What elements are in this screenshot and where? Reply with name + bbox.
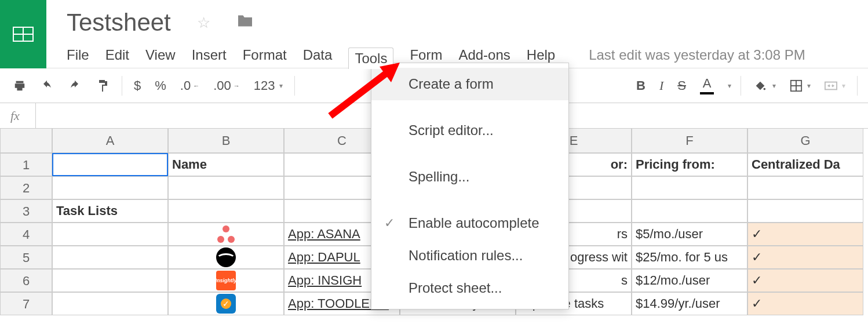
cell-g6[interactable]: ✓ — [747, 269, 863, 292]
borders-button[interactable]: ▾ — [787, 78, 813, 93]
print-button[interactable] — [10, 78, 29, 93]
star-icon[interactable]: ☆ — [197, 14, 210, 32]
menu-insert[interactable]: Insert — [192, 47, 227, 63]
menu-form[interactable]: Form — [410, 47, 442, 63]
asana-icon — [216, 224, 236, 244]
cell-a7[interactable] — [52, 292, 168, 315]
cell-b7[interactable]: ✓ — [168, 292, 284, 315]
cell-f3[interactable] — [632, 199, 747, 223]
number-format-button[interactable]: 123▾ — [251, 77, 286, 94]
app-logo[interactable] — [0, 0, 46, 68]
menu-item-protect-sheet[interactable]: Protect sheet... — [371, 272, 568, 304]
cell-a4[interactable] — [52, 223, 168, 246]
cell-f2[interactable] — [632, 176, 747, 199]
row-header-6[interactable]: 6 — [0, 269, 52, 292]
menu-addons[interactable]: Add-ons — [458, 47, 510, 63]
menu-file[interactable]: File — [67, 47, 89, 63]
cell-a3[interactable]: Task Lists — [52, 199, 168, 223]
cell-a2[interactable] — [52, 176, 168, 199]
cell-g7[interactable]: ✓ — [747, 292, 863, 315]
menu-edit[interactable]: Edit — [105, 47, 129, 63]
cell-f4[interactable]: $5/mo./user — [632, 223, 747, 246]
cell-b6[interactable]: Insightly — [168, 269, 284, 292]
svg-rect-3 — [825, 82, 837, 89]
col-header-f[interactable]: F — [632, 129, 747, 153]
cell-a6[interactable] — [52, 269, 168, 292]
cell-b1[interactable]: Name — [168, 153, 284, 176]
cell-b2[interactable] — [168, 176, 284, 199]
menu-item-notification-rules[interactable]: Notification rules... — [371, 239, 568, 272]
menu-item-autocomplete[interactable]: ✓Enable autocomplete — [371, 207, 568, 239]
row-header-1[interactable]: 1 — [0, 153, 52, 176]
cell-b5[interactable] — [168, 246, 284, 269]
last-edit-text[interactable]: Last edit was yesterday at 3:08 PM — [589, 47, 805, 63]
cell-f7[interactable]: $14.99/yr./user — [632, 292, 747, 315]
check-icon: ✓ — [384, 216, 395, 231]
redo-button[interactable] — [66, 79, 85, 93]
menu-format[interactable]: Format — [243, 47, 287, 63]
select-all-corner[interactable] — [0, 129, 52, 153]
currency-button[interactable]: $ — [132, 77, 143, 94]
col-header-b[interactable]: B — [168, 129, 284, 153]
tools-dropdown: Create a form Script editor... Spelling.… — [371, 63, 569, 309]
col-header-g[interactable]: G — [747, 129, 863, 153]
decrease-decimal-button[interactable]: .0← — [178, 77, 202, 94]
col-header-a[interactable]: A — [52, 129, 168, 153]
menu-view[interactable]: View — [145, 47, 176, 63]
increase-decimal-button[interactable]: .00→ — [211, 77, 242, 94]
row-header-4[interactable]: 4 — [0, 223, 52, 246]
row-header-5[interactable]: 5 — [0, 246, 52, 269]
cell-a5[interactable] — [52, 246, 168, 269]
cell-f1[interactable]: Pricing from: — [632, 153, 747, 176]
cell-b4[interactable] — [168, 223, 284, 246]
percent-button[interactable]: % — [152, 77, 169, 94]
menu-item-create-form[interactable]: Create a form — [371, 68, 568, 100]
insightly-icon: Insightly — [216, 271, 236, 290]
row-header-3[interactable]: 3 — [0, 199, 52, 223]
undo-button[interactable] — [38, 79, 57, 93]
folder-icon[interactable] — [236, 14, 254, 31]
row-header-2[interactable]: 2 — [0, 176, 52, 199]
menu-help[interactable]: Help — [527, 47, 555, 63]
italic-button[interactable]: I — [657, 77, 666, 94]
menu-item-spelling[interactable]: Spelling... — [371, 161, 568, 193]
cell-f6[interactable]: $12/mo./user — [632, 269, 747, 292]
merge-cells-button[interactable]: ▾ — [822, 79, 848, 92]
fill-color-button[interactable]: ▾ — [750, 78, 778, 93]
toodledo-icon: ✓ — [216, 294, 236, 314]
dapulse-icon — [216, 247, 236, 267]
bold-button[interactable]: B — [634, 77, 648, 94]
cell-g2[interactable] — [747, 176, 863, 199]
text-color-button[interactable]: A — [698, 76, 716, 96]
cell-g1[interactable]: Centralized Da — [747, 153, 863, 176]
cell-a1[interactable] — [52, 153, 168, 176]
sheets-icon — [13, 27, 34, 42]
fx-label: fx — [0, 103, 36, 128]
cell-g3[interactable] — [747, 199, 863, 223]
paint-format-button[interactable] — [94, 78, 112, 94]
cell-g5[interactable]: ✓ — [747, 246, 863, 269]
cell-g4[interactable]: ✓ — [747, 223, 863, 246]
menu-data[interactable]: Data — [303, 47, 333, 63]
row-header-7[interactable]: 7 — [0, 292, 52, 315]
cell-f5[interactable]: $25/mo. for 5 us — [632, 246, 747, 269]
menu-tools[interactable]: Tools — [348, 48, 393, 69]
menu-item-script-editor[interactable]: Script editor... — [371, 114, 568, 147]
cell-b3[interactable] — [168, 199, 284, 223]
doc-title[interactable]: Testsheet — [67, 9, 171, 37]
strikethrough-button[interactable]: S — [675, 77, 688, 94]
